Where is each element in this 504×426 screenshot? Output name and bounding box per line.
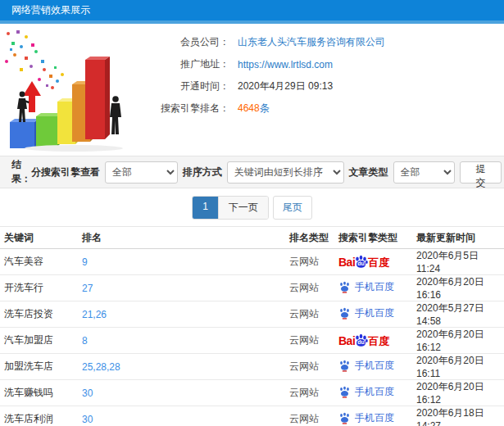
promo-url-row: 推广地址： https://www.lrtlsd.com [139, 53, 385, 75]
mobile-baidu-logo: 手机百度 [338, 307, 394, 320]
table-row: 汽车加盟店 8 云网站 Bai du 百度 2020年6月20日 16:12 [0, 328, 504, 354]
col-updated: 最新更新时间 [412, 227, 504, 249]
engine-cell: 手机百度 [334, 354, 412, 380]
rank-type-cell: 云网站 [285, 406, 334, 426]
account-info-section: 会员公司： 山东老人头汽车服务咨询有限公司 推广地址： https://www.… [0, 24, 504, 156]
engine-cell: 手机百度 [334, 380, 412, 406]
keyword-cell: 汽车美容 [0, 249, 78, 275]
bar-chart-illustration [0, 24, 139, 155]
engine-cell: Bai du 百度 [334, 249, 412, 275]
table-row: 加盟洗车店 25,28,28 云网站 手机百度 2020年6月20日 16:11 [0, 354, 504, 380]
page-current[interactable]: 1 [193, 197, 218, 219]
promo-url-link[interactable]: https://www.lrtlsd.com [238, 59, 333, 70]
last-page-button[interactable]: 尾页 [273, 196, 312, 220]
updated-cell: 2020年6月20日 16:12 [412, 328, 504, 354]
engine-cell: 手机百度 [334, 301, 412, 328]
mobile-baidu-paw-icon [338, 386, 351, 398]
rank-type-cell: 云网站 [285, 249, 334, 275]
company-row: 会员公司： 山东老人头汽车服务咨询有限公司 [139, 31, 385, 53]
updated-cell: 2020年6月20日 16:12 [412, 380, 504, 406]
rank-cell: 30 [78, 380, 285, 406]
updated-cell: 2020年6月20日 16:16 [412, 275, 504, 301]
rank-type-cell: 云网站 [285, 380, 334, 406]
account-info-list: 会员公司： 山东老人头汽车服务咨询有限公司 推广地址： https://www.… [139, 24, 385, 156]
rank-cell: 30 [78, 406, 285, 426]
table-row: 洗车店投资 21,26 云网站 手机百度 2020年5月27日 14:58 [0, 301, 504, 328]
submit-button[interactable]: 提交 [460, 161, 502, 184]
result-label: 结果： [11, 158, 31, 186]
rank-type-cell: 云网站 [285, 354, 334, 380]
engine-cell: 手机百度 [334, 275, 412, 301]
col-engine-type: 搜索引擎类型 [334, 227, 412, 249]
engine-filter-select[interactable]: 全部 [105, 161, 178, 184]
promo-url-label: 推广地址： [139, 57, 229, 71]
person-right [110, 96, 121, 134]
rank-cell: 25,28,28 [78, 354, 285, 380]
mobile-baidu-logo: 手机百度 [338, 360, 394, 372]
article-type-select[interactable]: 全部 [393, 161, 455, 184]
baidu-logo: Bai du 百度 [338, 255, 389, 268]
results-table: 关键词 排名 排名类型 搜索引擎类型 最新更新时间 汽车美容 9 云网站 Bai… [0, 226, 504, 426]
engine-rank-unit: 条 [260, 102, 270, 114]
mobile-baidu-logo: 手机百度 [338, 386, 394, 398]
table-row: 洗车赚钱吗 30 云网站 手机百度 2020年6月20日 16:12 [0, 380, 504, 406]
baidu-logo: Bai du 百度 [338, 333, 389, 347]
col-keyword: 关键词 [0, 227, 78, 249]
table-header-row: 关键词 排名 排名类型 搜索引擎类型 最新更新时间 [0, 227, 504, 249]
keyword-cell: 汽车加盟店 [0, 328, 78, 354]
filter-controls: 分搜索引擎查看 全部 排序方式 关键词由短到长排序 文章类型 全部 提交 [31, 161, 502, 184]
article-type-label: 文章类型 [349, 165, 388, 179]
confetti-dots [5, 30, 64, 89]
baidu-paw-icon: du [354, 333, 368, 347]
engine-rank-row: 搜索引擎排名： 4648条 [139, 97, 385, 120]
mobile-baidu-paw-icon [338, 360, 351, 372]
updated-cell: 2020年6月5日 11:24 [412, 249, 504, 275]
keyword-cell: 洗车赚钱吗 [0, 380, 78, 406]
mobile-baidu-paw-icon [338, 307, 351, 320]
col-rank: 排名 [78, 227, 285, 249]
company-label: 会员公司： [139, 35, 229, 49]
filter-bar: 结果： 分搜索引擎查看 全部 排序方式 关键词由短到长排序 文章类型 全部 提交 [0, 156, 504, 188]
sort-select[interactable]: 关键词由短到长排序 [227, 161, 344, 184]
sort-label: 排序方式 [183, 165, 222, 179]
rank-type-cell: 云网站 [285, 328, 334, 354]
page-header: 网络营销效果展示 [0, 0, 504, 20]
company-link[interactable]: 山东老人头汽车服务咨询有限公司 [238, 35, 385, 49]
updated-cell: 2020年6月18日 14:27 [412, 406, 504, 426]
updated-cell: 2020年6月20日 16:11 [412, 354, 504, 380]
rank-cell: 27 [78, 275, 285, 301]
table-row: 汽车美容 9 云网站 Bai du 百度 2020年6月5日 11:24 [0, 249, 504, 275]
keyword-cell: 开洗车行 [0, 275, 78, 301]
keyword-cell: 洗车店投资 [0, 301, 78, 328]
pagination: 1 下一页 尾页 [0, 188, 504, 226]
updated-cell: 2020年5月27日 14:58 [412, 301, 504, 328]
open-time-label: 开通时间： [139, 79, 229, 93]
rank-cell: 8 [78, 328, 285, 354]
rank-cell: 21,26 [78, 301, 285, 328]
keyword-cell: 洗车店利润 [0, 406, 78, 426]
mobile-baidu-paw-icon [338, 412, 351, 424]
open-time-row: 开通时间： 2020年4月29日 09:13 [139, 75, 385, 97]
rank-type-cell: 云网站 [285, 301, 334, 328]
next-page-button[interactable]: 下一页 [218, 197, 268, 219]
page-title: 网络营销效果展示 [11, 4, 90, 16]
mobile-baidu-logo: 手机百度 [338, 412, 394, 424]
rank-cell: 9 [78, 249, 285, 275]
mobile-baidu-paw-icon [338, 281, 351, 293]
engine-cell: Bai du 百度 [334, 328, 412, 354]
engine-rank-count: 4648 [238, 102, 260, 114]
mobile-baidu-logo: 手机百度 [338, 281, 394, 293]
baidu-paw-icon: du [354, 255, 368, 269]
keyword-cell: 加盟洗车店 [0, 354, 78, 380]
engine-filter-label: 分搜索引擎查看 [31, 165, 100, 179]
person-left [17, 92, 30, 122]
table-row: 开洗车行 27 云网站 手机百度 2020年6月20日 16:16 [0, 275, 504, 301]
open-time-value: 2020年4月29日 09:13 [238, 79, 333, 93]
engine-rank-label: 搜索引擎排名： [139, 102, 229, 116]
col-rank-type: 排名类型 [285, 227, 334, 249]
table-row: 洗车店利润 30 云网站 手机百度 2020年6月18日 14:27 [0, 406, 504, 426]
engine-cell: 手机百度 [334, 406, 412, 426]
rank-type-cell: 云网站 [285, 275, 334, 301]
